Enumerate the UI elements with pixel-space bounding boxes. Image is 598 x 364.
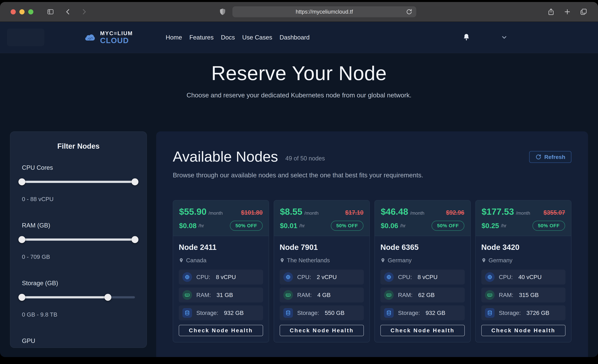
spec-row-ram: RAM: 62 GB xyxy=(380,288,465,302)
minimize-window-button[interactable] xyxy=(19,9,25,14)
reload-icon xyxy=(406,8,413,15)
price-per-hour: $0.06 xyxy=(381,222,398,230)
address-bar[interactable]: https://myceliumcloud.tf xyxy=(232,6,416,17)
tabs-icon xyxy=(580,8,587,16)
reload-button[interactable] xyxy=(406,8,413,16)
price-per-month: $177.53 xyxy=(482,207,514,217)
price-per-hour: $0.08 xyxy=(179,222,197,230)
spec-label: RAM: xyxy=(398,292,413,298)
ram-slider[interactable] xyxy=(22,236,135,243)
hour-suffix: /hr xyxy=(299,223,305,228)
spec-list: CPU: 40 vCPU RAM: 315 GB Storage: xyxy=(481,270,566,320)
spec-row-cpu: CPU: 40 vCPU xyxy=(481,270,566,285)
node-location: The Netherlands xyxy=(287,257,330,264)
cpu-icon xyxy=(184,274,190,280)
spec-label: Storage: xyxy=(297,310,319,316)
check-node-health-button[interactable]: Check Node Health xyxy=(481,325,566,336)
spec-label: Storage: xyxy=(398,310,420,316)
shield-icon[interactable] xyxy=(219,8,226,16)
node-card: $55.90 /month $101.80 $0.08 /hr 50% OFF … xyxy=(173,200,269,342)
nav-link-features[interactable]: Features xyxy=(189,34,214,41)
cpu-slider-min-handle[interactable] xyxy=(18,178,25,185)
nav-link-use-cases[interactable]: Use Cases xyxy=(242,34,272,41)
spec-label: Storage: xyxy=(196,310,218,316)
check-node-health-button[interactable]: Check Node Health xyxy=(179,325,263,336)
spec-label: CPU: xyxy=(297,274,311,280)
storage-slider-min-handle[interactable] xyxy=(18,294,25,301)
content-row: Filter Nodes CPU Cores 0 - 88 vCPU RAM (… xyxy=(0,131,598,357)
storage-slider-max-handle[interactable] xyxy=(104,294,111,301)
card-body: Node 6365 Germany CPU: 8 vCPU xyxy=(375,236,470,342)
spec-label: CPU: xyxy=(499,274,513,280)
cpu-icon xyxy=(285,274,291,280)
card-price-header: $177.53 /month $355.07 $0.25 /hr 50% OFF xyxy=(476,200,571,236)
spec-value: 8 vCPU xyxy=(216,274,236,280)
close-window-button[interactable] xyxy=(11,9,16,14)
nav-link-dashboard[interactable]: Dashboard xyxy=(280,34,309,41)
available-nodes-panel: Available Nodes 49 of 50 nodes Refresh B… xyxy=(156,131,588,357)
nav-link-home[interactable]: Home xyxy=(166,34,182,41)
price-per-month: $55.90 xyxy=(179,207,207,217)
storage-slider[interactable] xyxy=(22,294,135,301)
spec-value: 31 GB xyxy=(216,292,233,298)
price-per-hour: $0.25 xyxy=(482,222,499,230)
node-name: Node 6365 xyxy=(380,243,465,252)
node-name: Node 7901 xyxy=(280,243,364,252)
discount-badge: 50% OFF xyxy=(532,221,565,231)
spec-label: RAM: xyxy=(297,292,312,298)
filter-group-gpu: GPU xyxy=(22,338,135,348)
new-tab-button[interactable] xyxy=(564,8,571,16)
storage-label: Storage (GB) xyxy=(22,280,135,287)
node-name: Node 2411 xyxy=(179,243,263,252)
slider-fill xyxy=(22,239,135,241)
brand-logo[interactable]: MYC≡LIUM CLOUD xyxy=(84,31,133,44)
site-navbar: MYC≡LIUM CLOUD Home Features Docs Use Ca… xyxy=(0,22,598,53)
month-suffix: /month xyxy=(516,211,530,216)
spec-row-ram: RAM: 315 GB xyxy=(481,288,566,302)
spec-value: 40 vCPU xyxy=(518,274,541,280)
refresh-button[interactable]: Refresh xyxy=(529,151,572,163)
spec-row-ram: RAM: 4 GB xyxy=(280,288,364,302)
cpu-slider-max-handle[interactable] xyxy=(132,178,138,185)
card-price-header: $46.48 /month $92.96 $0.06 /hr 50% OFF xyxy=(375,200,470,236)
node-location: Germany xyxy=(388,257,412,264)
cpu-cores-slider[interactable] xyxy=(22,178,135,185)
cpu-icon xyxy=(386,274,392,280)
check-node-health-button[interactable]: Check Node Health xyxy=(280,325,364,336)
cpu-cores-label: CPU Cores xyxy=(22,164,135,171)
hour-suffix: /hr xyxy=(501,223,507,228)
filter-group-ram: RAM (GB) 0 - 709 GB xyxy=(22,222,135,260)
storage-icon xyxy=(386,310,392,316)
ram-slider-max-handle[interactable] xyxy=(132,236,138,243)
sidebar-toggle-button[interactable] xyxy=(47,8,54,16)
forward-button[interactable] xyxy=(80,8,88,16)
page-title: Reserve Your Node xyxy=(0,62,598,85)
share-button[interactable] xyxy=(547,8,555,16)
check-node-health-button[interactable]: Check Node Health xyxy=(380,325,465,336)
spec-label: CPU: xyxy=(398,274,412,280)
card-price-header: $8.55 /month $17.10 $0.01 /hr 50% OFF xyxy=(274,200,370,236)
month-suffix: /month xyxy=(410,211,424,216)
storage-icon xyxy=(285,310,291,316)
original-price: $101.80 xyxy=(241,209,263,216)
cpu-range-text: 0 - 88 vCPU xyxy=(22,196,135,202)
spec-label: CPU: xyxy=(196,274,210,280)
zoom-window-button[interactable] xyxy=(28,9,33,14)
ram-icon xyxy=(285,292,291,298)
node-card: $8.55 /month $17.10 $0.01 /hr 50% OFF No… xyxy=(274,200,370,342)
account-menu-button[interactable] xyxy=(499,33,509,42)
location-pin-icon xyxy=(481,257,486,263)
tab-overview-button[interactable] xyxy=(580,8,587,16)
spec-value: 315 GB xyxy=(519,292,539,298)
sidebar-toggle-icon xyxy=(47,8,54,16)
filter-group-storage: Storage (GB) 0 GB - 9.8 TB xyxy=(22,280,135,318)
storage-icon xyxy=(184,310,190,316)
notifications-button[interactable] xyxy=(461,33,472,42)
node-card: $177.53 /month $355.07 $0.25 /hr 50% OFF… xyxy=(475,200,572,342)
back-button[interactable] xyxy=(64,8,72,16)
spec-list: CPU: 8 vCPU RAM: 62 GB Storage: xyxy=(380,270,465,320)
spec-row-storage: Storage: 932 GB xyxy=(179,306,263,320)
ram-slider-min-handle[interactable] xyxy=(18,236,25,243)
traffic-lights xyxy=(11,9,33,14)
nav-link-docs[interactable]: Docs xyxy=(221,34,235,41)
